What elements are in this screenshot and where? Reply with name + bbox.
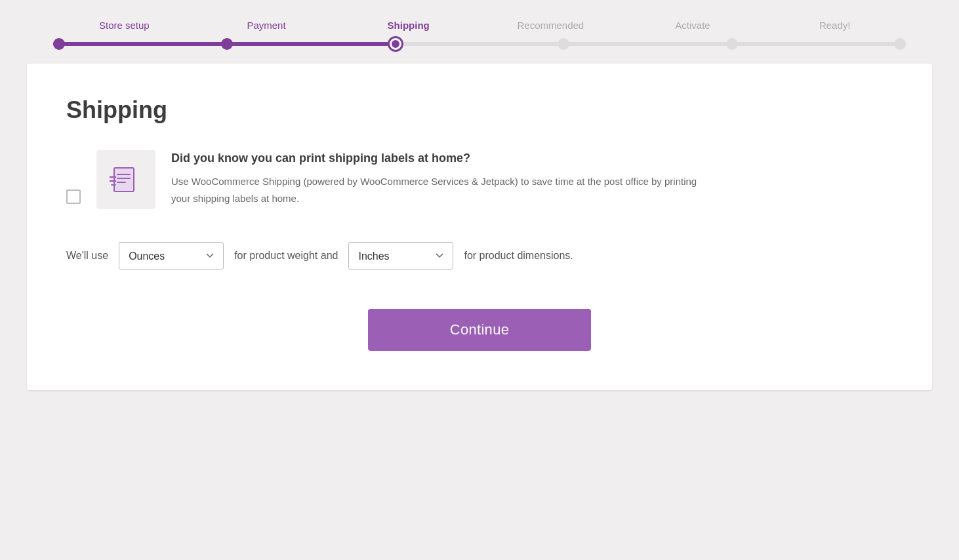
continue-btn-wrapper: Continue (66, 309, 893, 351)
dot-activate (726, 38, 738, 50)
dot-payment (221, 38, 233, 50)
dot-recommended (558, 38, 569, 50)
page-title: Shipping (66, 96, 893, 124)
step-label-shipping: Shipping (337, 20, 480, 31)
units-row: We'll use Ounces Pounds Kilograms Grams … (66, 242, 893, 270)
shipping-labels-checkbox[interactable] (66, 190, 81, 204)
shipping-option-title: Did you know you can print shipping labe… (171, 150, 893, 167)
step-label-store-setup: Store setup (53, 20, 195, 31)
main-card: Shipping (27, 64, 932, 390)
step-label-recommended: Recommended (480, 20, 622, 31)
shipping-icon-box (96, 150, 155, 209)
shipping-option-row: Did you know you can print shipping labe… (66, 150, 893, 209)
weight-unit-select[interactable]: Ounces Pounds Kilograms Grams (119, 242, 224, 270)
steps-dots (53, 38, 906, 50)
units-prefix-label: We'll use (66, 250, 108, 262)
units-middle-label: for product weight and (234, 250, 338, 262)
step-label-activate: Activate (622, 20, 764, 31)
progress-track-wrapper (53, 37, 906, 50)
continue-button[interactable]: Continue (368, 309, 591, 351)
dimension-unit-select[interactable]: Inches Centimeters Millimeters Yards (348, 242, 453, 270)
step-label-payment: Payment (195, 20, 338, 31)
shipping-option-desc: Use WooCommerce Shipping (powered by Woo… (171, 173, 709, 207)
shipping-text-col: Did you know you can print shipping labe… (171, 150, 893, 207)
wizard-wrapper: Store setup Payment Shipping Recommended… (27, 13, 932, 390)
checkbox-col (66, 150, 81, 207)
step-label-ready: Ready! (764, 20, 906, 31)
dot-store-setup (53, 38, 65, 50)
step-labels: Store setup Payment Shipping Recommended… (53, 20, 906, 31)
units-suffix-label: for product dimensions. (464, 250, 573, 262)
progress-bar: Store setup Payment Shipping Recommended… (27, 13, 932, 64)
dot-shipping (390, 38, 401, 50)
shipping-label-icon (109, 165, 143, 194)
dot-ready (894, 38, 906, 50)
svg-rect-0 (114, 168, 134, 191)
